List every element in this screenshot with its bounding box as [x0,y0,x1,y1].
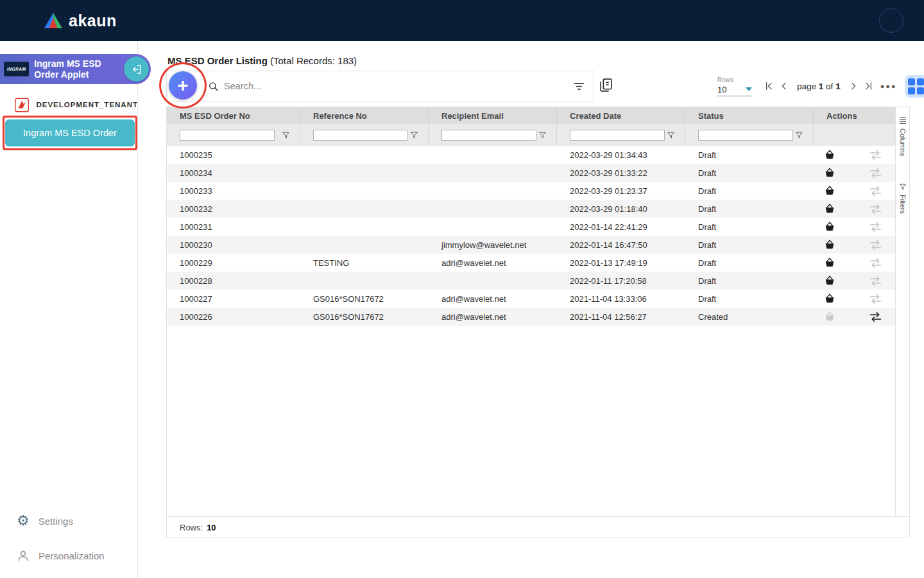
basket-icon[interactable] [824,293,835,304]
column-header-recipient-email[interactable]: Recipient Email [429,107,557,124]
basket-icon[interactable] [824,275,835,286]
column-header-created-date[interactable]: Created Date [557,107,685,124]
avatar[interactable] [879,8,903,33]
filter-funnel-icon[interactable] [282,131,290,139]
table-footer: Rows: 10 [167,516,909,538]
cell-status: Draft [685,258,814,268]
table-body: 1000235 2022-03-29 01:34:43 Draft 100023… [167,146,895,326]
cell-order-no: 1000235 [167,150,300,160]
filter-input-reference-no[interactable] [313,130,408,141]
cell-status: Created [685,312,814,322]
personalization-label: Personalization [38,550,105,561]
next-page-button[interactable] [847,79,860,93]
filter-input-status[interactable] [698,130,793,141]
cell-created-date: 2022-01-11 17:20:58 [557,276,685,286]
footer-rows-value: 10 [207,523,216,532]
swap-icon[interactable] [869,222,882,232]
filter-funnel-icon[interactable] [795,131,803,139]
brand-logo[interactable]: akaun [44,12,117,30]
table-row[interactable]: 1000230 jimmylow@wavelet.net 2022-01-14 … [167,236,895,254]
cell-status: Draft [685,294,814,304]
sidebar-item-settings[interactable]: ⚙ Settings [0,504,138,538]
basket-icon[interactable] [824,239,835,250]
side-tab-filters-label: Filters [899,195,907,214]
basket-icon[interactable] [824,149,835,161]
search-input[interactable] [224,81,526,91]
sidebar-footer: ⚙ Settings Personalization [0,504,138,573]
more-options-icon[interactable]: ●●● [880,82,897,90]
footer-rows-label: Rows: [180,523,203,532]
table-row[interactable]: 1000227 GS016*SON17672 adri@wavelet.net … [167,290,895,308]
filter-funnel-icon[interactable] [667,131,675,139]
grid-view-button[interactable] [905,75,924,98]
swap-icon[interactable] [869,186,882,197]
rows-per-page-label: Rows [717,76,757,83]
table-header-row: MS ESD Order No Reference No Recipient E… [167,107,895,124]
first-page-button[interactable] [762,79,775,93]
filter-funnel-icon[interactable] [410,131,418,139]
column-header-reference-no[interactable]: Reference No [300,107,429,124]
cell-status: Draft [685,150,814,160]
cell-status: Draft [685,186,814,196]
search-box [166,71,594,101]
cell-created-date: 2022-03-29 01:18:40 [557,204,685,214]
basket-icon[interactable] [824,167,835,179]
filter-funnel-icon[interactable] [538,131,547,139]
sidebar-item-personalization[interactable]: Personalization [0,538,138,573]
swap-icon[interactable] [869,204,882,215]
akaun-triangle-icon [44,12,63,29]
swap-icon[interactable] [869,168,882,179]
table-row[interactable]: 1000235 2022-03-29 01:34:43 Draft [167,146,895,164]
side-tab-strip: Columns Filters [895,107,909,516]
tenant-row[interactable]: DEVELOPMENT_TENANT [0,96,138,113]
cell-created-date: 2022-01-14 22:41:29 [557,222,685,232]
swap-icon[interactable] [869,258,882,268]
cell-status: Draft [685,222,814,232]
total-records: (Total Records: 183) [270,55,357,66]
basket-icon[interactable] [824,257,835,268]
column-header-status[interactable]: Status [685,107,814,124]
filter-input-order-no[interactable] [180,130,275,141]
table-row[interactable]: 1000228 2022-01-11 17:20:58 Draft [167,272,895,290]
basket-icon[interactable] [824,185,835,197]
cell-created-date: 2022-03-29 01:23:37 [557,186,685,196]
module-button-ingram-ms-esd-order[interactable]: Ingram MS ESD Order [5,119,135,146]
table-row[interactable]: 1000232 2022-03-29 01:18:40 Draft [167,200,895,218]
filters-icon [899,183,907,191]
table-row[interactable]: 1000229 TESTING adri@wavelet.net 2022-01… [167,254,895,272]
cell-created-date: 2022-03-29 01:33:22 [557,168,685,178]
page-indicator: page 1 of 1 [797,82,841,91]
swap-icon[interactable] [869,311,882,322]
sidebar: INGRAM Ingram MS ESD Order Applet DEVELO… [0,41,138,578]
page-current: 1 [819,82,824,91]
exit-applet-button[interactable] [124,57,149,82]
column-header-order-no[interactable]: MS ESD Order No [167,107,300,124]
add-order-button[interactable]: + [169,71,197,100]
previous-page-button[interactable] [778,79,791,93]
page-word: page [797,82,816,91]
duplicate-icon[interactable] [598,77,614,93]
table-row[interactable]: 1000231 2022-01-14 22:41:29 Draft [167,218,895,236]
side-tab-columns[interactable]: Columns [896,116,909,156]
filter-input-recipient-email[interactable] [441,130,536,141]
filter-input-created-date[interactable] [570,130,665,141]
columns-icon [899,116,907,125]
table-row[interactable]: 1000233 2022-03-29 01:23:37 Draft [167,182,895,200]
cell-status: Draft [685,204,814,214]
basket-icon[interactable] [824,203,835,215]
swap-icon[interactable] [869,293,882,304]
swap-icon[interactable] [869,276,882,286]
table-row[interactable]: 1000226 GS016*SON17672 adri@wavelet.net … [167,308,895,326]
basket-icon[interactable] [824,311,835,322]
last-page-button[interactable] [862,79,875,93]
filter-list-icon[interactable] [572,80,586,93]
side-tab-columns-label: Columns [899,128,907,156]
cell-reference-no: GS016*SON17672 [300,294,429,304]
table-row[interactable]: 1000234 2022-03-29 01:33:22 Draft [167,164,895,182]
basket-icon[interactable] [824,221,835,232]
side-tab-filters[interactable]: Filters [896,183,909,214]
rows-per-page-select[interactable]: Rows 10 [717,76,757,96]
swap-icon[interactable] [869,240,882,250]
swap-icon[interactable] [869,150,882,161]
applet-banner: INGRAM Ingram MS ESD Order Applet [0,54,151,84]
